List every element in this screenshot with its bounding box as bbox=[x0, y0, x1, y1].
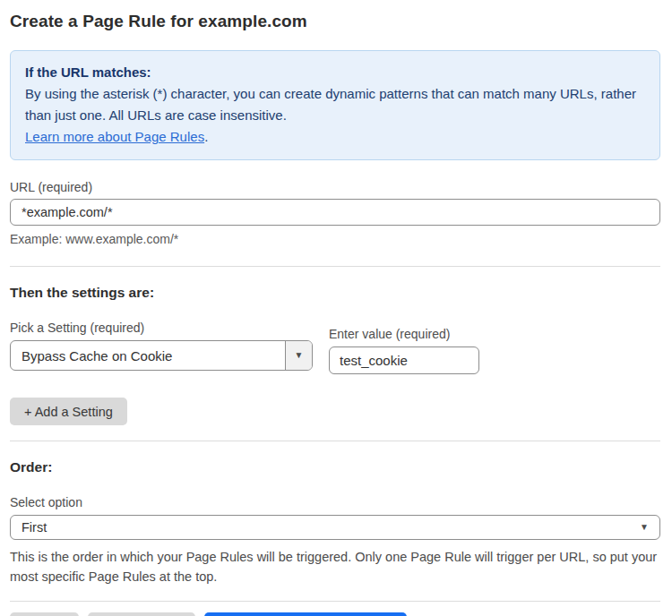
setting-select-arrow-button[interactable]: ▼ bbox=[285, 341, 312, 370]
link-suffix: . bbox=[204, 129, 208, 144]
info-box-text: By using the asterisk (*) character, you… bbox=[25, 86, 636, 123]
url-example-helper: Example: www.example.com/* bbox=[10, 232, 660, 246]
url-input[interactable] bbox=[10, 199, 660, 226]
page-rule-form: Create a Page Rule for example.com If th… bbox=[0, 0, 672, 616]
footer-divider bbox=[10, 601, 660, 602]
setting-value-input[interactable] bbox=[329, 346, 479, 374]
url-field-label: URL (required) bbox=[10, 180, 660, 194]
setting-select[interactable]: Bypass Cache on Cookie ▼ bbox=[10, 340, 313, 371]
info-box-heading: If the URL matches: bbox=[25, 62, 645, 83]
setting-picker-column: Pick a Setting (required) Bypass Cache o… bbox=[10, 301, 313, 374]
page-title: Create a Page Rule for example.com bbox=[10, 12, 660, 31]
settings-section-heading: Then the settings are: bbox=[10, 285, 660, 301]
info-box-body: By using the asterisk (*) character, you… bbox=[25, 83, 645, 148]
section-divider bbox=[10, 266, 660, 267]
order-select[interactable]: First ▼ bbox=[10, 515, 660, 540]
setting-select-value: Bypass Cache on Cookie bbox=[11, 348, 285, 364]
page-rules-learn-more-link[interactable]: Learn more about Page Rules bbox=[25, 129, 204, 144]
setting-value-label: Enter value (required) bbox=[329, 327, 479, 341]
save-deploy-button[interactable]: Save and Deploy Page Rule bbox=[204, 612, 407, 616]
settings-row: Pick a Setting (required) Bypass Cache o… bbox=[10, 301, 660, 374]
url-match-info-box: If the URL matches: By using the asteris… bbox=[10, 50, 660, 160]
order-select-label: Select option bbox=[10, 495, 660, 509]
cancel-button[interactable]: Cancel bbox=[10, 612, 79, 616]
order-helper-text: This is the order in which your Page Rul… bbox=[10, 547, 660, 586]
order-select-value: First bbox=[11, 520, 57, 535]
save-draft-button[interactable]: Save as Draft bbox=[88, 612, 195, 616]
setting-value-column: Enter value (required) bbox=[329, 307, 479, 374]
chevron-down-icon: ▼ bbox=[295, 351, 304, 360]
setting-picker-label: Pick a Setting (required) bbox=[10, 321, 313, 335]
chevron-down-icon: ▼ bbox=[640, 523, 659, 532]
footer-actions: Cancel Save as Draft Save and Deploy Pag… bbox=[10, 612, 660, 616]
order-section-heading: Order: bbox=[10, 459, 660, 475]
add-setting-button[interactable]: + Add a Setting bbox=[10, 398, 127, 425]
section-divider bbox=[10, 441, 660, 441]
